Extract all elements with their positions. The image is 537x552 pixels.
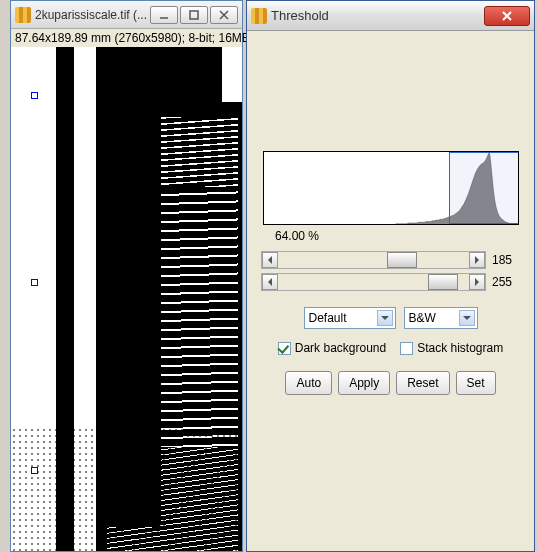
- histogram-selection: [449, 152, 519, 224]
- reset-button[interactable]: Reset: [396, 371, 449, 395]
- chevron-down-icon[interactable]: [459, 310, 475, 326]
- method-value: Default: [309, 311, 377, 325]
- max-slider-row: 255: [261, 273, 520, 291]
- histogram: [263, 151, 519, 225]
- auto-button[interactable]: Auto: [285, 371, 332, 395]
- slider-thumb[interactable]: [428, 274, 458, 290]
- checkbox-icon: [278, 342, 291, 355]
- image-info-bar: 87.64x189.89 mm (2760x5980); 8-bit; 16MB: [11, 29, 242, 47]
- slider-thumb[interactable]: [387, 252, 417, 268]
- svg-rect-0: [190, 11, 198, 19]
- roi-handle[interactable]: [31, 467, 38, 474]
- image-titlebar[interactable]: 2kuparissiscale.tif (...: [11, 1, 242, 29]
- image-title: 2kuparissiscale.tif (...: [35, 8, 150, 22]
- threshold-title: Threshold: [271, 8, 484, 23]
- imagej-icon: [15, 7, 31, 23]
- min-slider[interactable]: [261, 251, 486, 269]
- min-value: 185: [492, 253, 520, 267]
- arrow-right-icon[interactable]: [469, 274, 485, 290]
- chevron-down-icon[interactable]: [377, 310, 393, 326]
- stack-histogram-label: Stack histogram: [417, 341, 503, 355]
- threshold-titlebar[interactable]: Threshold: [247, 1, 534, 31]
- apply-button[interactable]: Apply: [338, 371, 390, 395]
- close-button[interactable]: [210, 6, 238, 24]
- arrow-right-icon[interactable]: [469, 252, 485, 268]
- imagej-icon: [251, 8, 267, 24]
- roi-handle[interactable]: [31, 279, 38, 286]
- dark-background-label: Dark background: [295, 341, 386, 355]
- max-slider[interactable]: [261, 273, 486, 291]
- set-button[interactable]: Set: [456, 371, 496, 395]
- checkbox-icon: [400, 342, 413, 355]
- method-combo[interactable]: Default: [304, 307, 396, 329]
- display-combo[interactable]: B&W: [404, 307, 478, 329]
- min-slider-row: 185: [261, 251, 520, 269]
- threshold-percent: 64.00 %: [261, 229, 520, 243]
- max-value: 255: [492, 275, 520, 289]
- stack-histogram-checkbox[interactable]: Stack histogram: [400, 341, 503, 355]
- close-button[interactable]: [484, 6, 530, 26]
- minimize-button[interactable]: [150, 6, 178, 24]
- maximize-button[interactable]: [180, 6, 208, 24]
- image-canvas[interactable]: [11, 47, 242, 551]
- roi-handle[interactable]: [31, 92, 38, 99]
- arrow-left-icon[interactable]: [262, 252, 278, 268]
- arrow-left-icon[interactable]: [262, 274, 278, 290]
- threshold-window: Threshold 64.00 % 185 255: [246, 0, 535, 552]
- display-value: B&W: [409, 311, 459, 325]
- image-window: 2kuparissiscale.tif (... 87.64x189.89 mm…: [10, 0, 243, 552]
- dark-background-checkbox[interactable]: Dark background: [278, 341, 386, 355]
